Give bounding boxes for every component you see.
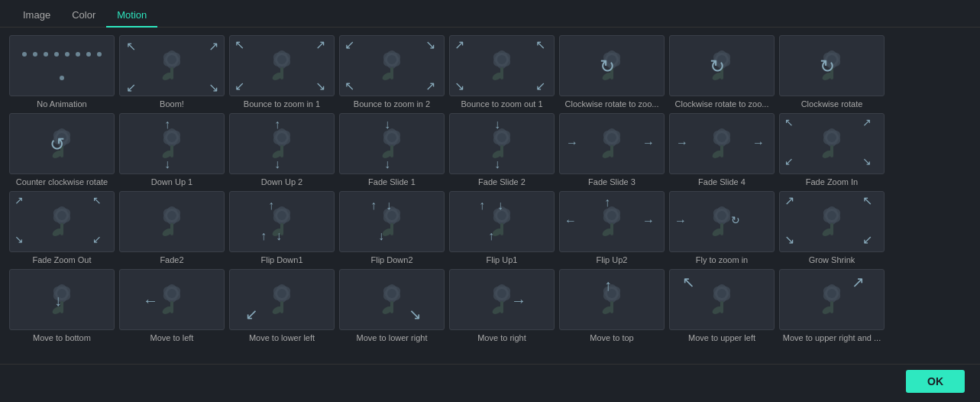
animation-thumb-fade2 — [119, 191, 225, 252]
animation-thumb-fly-zoom-in: →↻ — [669, 191, 775, 252]
animation-thumb-move-top: ↑ — [559, 269, 665, 330]
animation-label-flip-down1: Flip Down1 — [229, 255, 335, 264]
animation-item-flip-down1[interactable]: ↑↑↓Flip Down1 — [229, 191, 335, 264]
svg-point-69 — [497, 133, 506, 142]
svg-point-147 — [167, 289, 176, 298]
animation-label-down-up-2: Down Up 2 — [229, 177, 335, 186]
animation-item-down-up-2[interactable]: ↑↓Down Up 2 — [229, 113, 335, 186]
animation-label-fade-slide-4: Fade Slide 4 — [669, 177, 775, 186]
animation-label-cw-rotate-zoo-1: Clockwise rotate to zoo... — [559, 99, 665, 109]
animation-label-boom: Boom! — [119, 99, 225, 109]
svg-point-51 — [167, 133, 176, 142]
animation-label-fade-zoom-out: Fade Zoom Out — [9, 255, 115, 264]
animation-thumb-fade-slide-3: →→ — [559, 113, 665, 174]
animation-thumb-bounce-zoom-in-1: ↖↗↙↘ — [229, 35, 335, 96]
animation-thumb-fade-slide-1: ↓↓ — [339, 113, 445, 174]
animation-item-flip-up1[interactable]: ↑↓↑Flip Up1 — [449, 191, 555, 264]
animation-item-flip-up2[interactable]: ←↑→Flip Up2 — [559, 191, 665, 264]
animation-label-down-up-1: Down Up 1 — [119, 177, 225, 186]
animation-item-move-lower-left[interactable]: ↙Move to lower left — [229, 269, 335, 342]
animation-thumb-bounce-zoom-in-2: ↙↘↖↗ — [339, 35, 445, 96]
animation-item-fly-zoom-in[interactable]: →↻Fly to zoom in — [669, 191, 775, 264]
svg-point-111 — [387, 211, 396, 220]
tab-bar: Image Color Motion — [0, 0, 980, 28]
animation-item-fade-slide-1[interactable]: ↓↓Fade Slide 1 — [339, 113, 445, 186]
animation-thumb-ccw-rotate: ↺ — [9, 113, 115, 174]
bottom-bar: OK — [0, 364, 980, 397]
svg-point-171 — [607, 289, 616, 298]
svg-point-135 — [827, 211, 836, 220]
animation-label-move-lower-left: Move to lower left — [229, 333, 335, 342]
animation-item-fade-slide-3[interactable]: →→Fade Slide 3 — [559, 113, 665, 186]
animation-item-fade-zoom-out[interactable]: ↗↖↘↙Fade Zoom Out — [9, 191, 115, 264]
svg-point-87 — [827, 133, 836, 142]
animation-item-bounce-zoom-in-2[interactable]: ↙↘↖↗Bounce to zoom in 2 — [339, 35, 445, 109]
animation-label-move-left: Move to left — [119, 333, 225, 342]
svg-point-45 — [57, 133, 66, 142]
animation-label-fly-zoom-in: Fly to zoom in — [669, 255, 775, 264]
svg-point-9 — [277, 55, 286, 64]
animation-label-move-upper-left: Move to upper left — [669, 333, 775, 342]
tab-image[interactable]: Image — [12, 5, 61, 27]
animation-thumb-move-upper-right: ↗ — [779, 269, 885, 330]
svg-point-153 — [277, 289, 286, 298]
animation-item-bounce-zoom-in-1[interactable]: ↖↗↙↘Bounce to zoom in 1 — [229, 35, 335, 109]
animation-item-fade-slide-4[interactable]: →→Fade Slide 4 — [669, 113, 775, 186]
animation-grid: No Animation ↖↗↙↘Boom! ↖↗↙↘Bounce to zoo… — [0, 28, 980, 364]
animation-item-move-left[interactable]: ←Move to left — [119, 269, 225, 342]
animation-thumb-fade-slide-2: ↓↓ — [449, 113, 555, 174]
animation-item-cw-rotate-zoo-1[interactable]: ↻Clockwise rotate to zoo... — [559, 35, 665, 109]
animation-item-move-upper-left[interactable]: ↖Move to upper left — [669, 269, 775, 342]
svg-point-105 — [277, 211, 286, 220]
animation-item-ccw-rotate[interactable]: ↺Counter clockwise rotate — [9, 113, 115, 186]
svg-point-141 — [57, 289, 66, 298]
animation-thumb-boom: ↖↗↙↘ — [119, 35, 225, 96]
animation-label-move-upper-right: Move to upper right and ... — [779, 333, 885, 342]
animation-item-flip-down2[interactable]: ↓↑↓Flip Down2 — [339, 191, 445, 264]
animation-label-fade-slide-1: Fade Slide 1 — [339, 177, 445, 186]
animation-item-cw-rotate-zoo-2[interactable]: ↻Clockwise rotate to zoo... — [669, 35, 775, 109]
animation-thumb-fade-zoom-out: ↗↖↘↙ — [9, 191, 115, 252]
animation-item-move-right[interactable]: →Move to right — [449, 269, 555, 342]
ok-button[interactable]: OK — [906, 370, 965, 393]
animation-label-bounce-zoom-in-1: Bounce to zoom in 1 — [229, 99, 335, 109]
animation-item-grow-shrink[interactable]: ↗↖↘↙Grow Shrink — [779, 191, 885, 264]
animation-item-down-up-1[interactable]: ↑↓Down Up 1 — [119, 113, 225, 186]
animation-label-fade2: Fade2 — [119, 255, 225, 264]
animation-item-fade-slide-2[interactable]: ↓↓Fade Slide 2 — [449, 113, 555, 186]
animation-item-fade-zoom-in[interactable]: ↖↗↙↘Fade Zoom In — [779, 113, 885, 186]
svg-point-27 — [607, 55, 616, 64]
animation-item-boom[interactable]: ↖↗↙↘Boom! — [119, 35, 225, 109]
animation-item-move-lower-right[interactable]: ↘Move to lower right — [339, 269, 445, 342]
animation-item-move-upper-right[interactable]: ↗Move to upper right and ... — [779, 269, 885, 342]
animation-label-flip-up1: Flip Up1 — [449, 255, 555, 264]
animation-thumb-cw-rotate-zoo-2: ↻ — [669, 35, 775, 96]
animation-thumb-flip-down2: ↓↑↓ — [339, 191, 445, 252]
animation-label-fade-slide-3: Fade Slide 3 — [559, 177, 665, 186]
animation-thumb-flip-up2: ←↑→ — [559, 191, 665, 252]
animation-label-no-animation: No Animation — [9, 99, 115, 109]
animation-thumb-flip-down1: ↑↑↓ — [229, 191, 335, 252]
svg-point-93 — [57, 211, 66, 220]
svg-point-63 — [387, 133, 396, 142]
animation-label-fade-slide-2: Fade Slide 2 — [449, 177, 555, 186]
animation-item-fade2[interactable]: Fade2 — [119, 191, 225, 264]
animation-thumb-move-left: ← — [119, 269, 225, 330]
animation-item-move-bottom[interactable]: ↓Move to bottom — [9, 269, 115, 342]
animation-thumb-fade-zoom-in: ↖↗↙↘ — [779, 113, 885, 174]
tab-motion[interactable]: Motion — [106, 5, 157, 27]
svg-point-39 — [827, 55, 836, 64]
tab-color[interactable]: Color — [61, 5, 106, 27]
svg-point-159 — [387, 289, 396, 298]
animation-label-grow-shrink: Grow Shrink — [779, 255, 885, 264]
animation-item-bounce-zoom-out-1[interactable]: ↗↖↘↙Bounce to zoom out 1 — [449, 35, 555, 109]
animation-item-move-top[interactable]: ↑Move to top — [559, 269, 665, 342]
svg-point-123 — [607, 211, 616, 220]
svg-point-57 — [277, 133, 286, 142]
animation-label-move-lower-right: Move to lower right — [339, 333, 445, 342]
animation-thumb-bounce-zoom-out-1: ↗↖↘↙ — [449, 35, 555, 96]
animation-item-cw-rotate[interactable]: ↻Clockwise rotate — [779, 35, 885, 109]
animation-thumb-cw-rotate-zoo-1: ↻ — [559, 35, 665, 96]
animation-label-move-top: Move to top — [559, 333, 665, 342]
animation-item-no-animation[interactable]: No Animation — [9, 35, 115, 109]
